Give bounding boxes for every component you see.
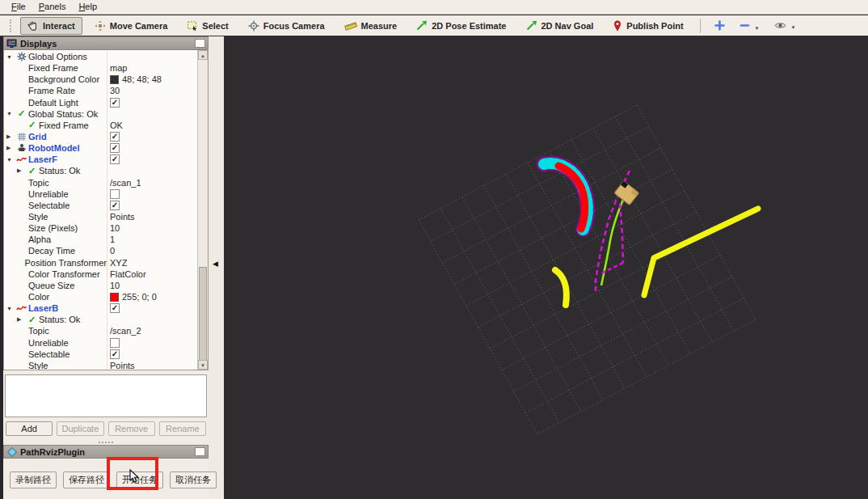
3d-viewport[interactable] — [224, 36, 868, 499]
row-value-cell[interactable]: ✓ — [107, 154, 197, 164]
path-plugin-header[interactable]: PathRvizPlugin — [3, 445, 209, 459]
expander-open-icon[interactable]: ▼ — [6, 306, 16, 311]
tree-row-queue-size[interactable]: Queue Size10 — [4, 280, 197, 291]
tree-row-status-ok[interactable]: ▶✓Status: Ok — [4, 314, 197, 325]
expander-closed-icon[interactable]: ▶ — [17, 167, 27, 174]
expander-open-icon[interactable]: ▼ — [6, 54, 16, 60]
tool-interact[interactable]: Interact — [20, 17, 82, 35]
plugin-float-button[interactable] — [195, 447, 205, 456]
panel-splitter-handle[interactable] — [3, 439, 209, 445]
tree-row-color[interactable]: Color255; 0; 0 — [4, 291, 197, 302]
row-value-cell[interactable]: 255; 0; 0 — [107, 292, 197, 302]
tree-row-alpha[interactable]: Alpha1 — [4, 234, 197, 245]
tree-row-grid[interactable]: ▶Grid✓ — [4, 131, 197, 142]
row-value-cell[interactable]: ✓ — [107, 303, 197, 313]
tree-row-unreliable[interactable]: Unreliable — [4, 337, 197, 349]
tree-row-topic[interactable]: Topic/scan_2 — [4, 325, 197, 336]
tool-select[interactable]: Select — [179, 17, 235, 35]
checkbox-checked[interactable]: ✓ — [110, 143, 120, 153]
row-value-cell[interactable]: FlatColor — [107, 269, 197, 279]
checkbox-unchecked[interactable] — [110, 189, 120, 199]
checkbox-checked[interactable]: ✓ — [110, 349, 120, 359]
expander-closed-icon[interactable]: ▶ — [17, 316, 27, 323]
tree-row-style[interactable]: StylePoints — [4, 360, 197, 370]
row-value-cell[interactable]: 10 — [107, 281, 197, 290]
tree-row-laserb[interactable]: ▼LaserB✓ — [4, 302, 197, 314]
tree-row-fixed-frame[interactable]: ✓Fixed FrameOK — [4, 120, 197, 131]
tool-2d-pose-estimate[interactable]: 2D Pose Estimate — [409, 17, 513, 34]
scroll-down-arrow[interactable]: ▼ — [198, 360, 208, 370]
row-value-cell[interactable]: OK — [107, 121, 197, 130]
remove-button[interactable]: Remove — [108, 421, 155, 436]
row-value-cell[interactable]: 0 — [107, 246, 197, 256]
menu-item-help[interactable]: Help — [72, 1, 103, 13]
color-swatch[interactable] — [110, 293, 119, 302]
menu-item-file[interactable]: File — [5, 1, 32, 13]
panel-collapse-arrow-icon[interactable]: ◀ — [213, 260, 218, 268]
color-swatch[interactable] — [110, 75, 119, 84]
toolbar-grip[interactable] — [10, 19, 14, 32]
row-value-cell[interactable]: map — [107, 63, 197, 73]
tree-row-unreliable[interactable]: Unreliable — [4, 188, 197, 200]
tree-row-selectable[interactable]: Selectable✓ — [4, 349, 197, 360]
tool-eye-button[interactable]: ▼ — [769, 18, 801, 33]
tree-row-color-transformer[interactable]: Color TransformerFlatColor — [4, 269, 197, 280]
row-value-cell[interactable] — [107, 338, 197, 348]
row-value-cell[interactable]: 48; 48; 48 — [107, 74, 197, 84]
tree-row-topic[interactable]: Topic/scan_1 — [4, 177, 197, 188]
path-plugin-button-4[interactable]: 取消任务 — [170, 472, 217, 488]
tree-row-default-light[interactable]: Default Light✓ — [4, 97, 197, 108]
checkbox-checked[interactable]: ✓ — [110, 201, 120, 210]
tree-row-style[interactable]: StylePoints — [4, 211, 197, 222]
expander-closed-icon[interactable]: ▶ — [6, 145, 16, 151]
expander-closed-icon[interactable]: ▶ — [6, 133, 16, 140]
rename-button[interactable]: Rename — [159, 421, 206, 436]
tree-row-global-status-ok[interactable]: ▼✓Global Status: Ok — [4, 108, 197, 120]
row-value-cell[interactable]: 30 — [107, 86, 197, 95]
path-plugin-button-2[interactable]: 保存路径 — [63, 472, 110, 488]
row-value-cell[interactable]: /scan_2 — [107, 326, 197, 336]
tree-row-position-transformer[interactable]: Position TransformerXYZ — [4, 257, 197, 269]
tool-2d-nav-goal[interactable]: 2D Nav Goal — [519, 17, 601, 34]
tree-row-selectable[interactable]: Selectable✓ — [4, 200, 197, 211]
tree-row-background-color[interactable]: Background Color48; 48; 48 — [4, 74, 197, 85]
tree-row-laserf[interactable]: ▼LaserF✓ — [4, 154, 197, 165]
path-plugin-button-1[interactable]: 录制路径 — [10, 472, 57, 488]
tree-row-frame-rate[interactable]: Frame Rate30 — [4, 85, 197, 96]
tree-row-size-pixels-[interactable]: Size (Pixels)10 — [4, 222, 197, 234]
row-value-cell[interactable]: /scan_1 — [107, 178, 197, 188]
expander-open-icon[interactable]: ▼ — [6, 157, 16, 163]
tool-move-camera[interactable]: Move Camera — [87, 17, 175, 35]
row-value-cell[interactable]: Points — [107, 361, 197, 370]
row-value-cell[interactable] — [107, 189, 197, 199]
tool-focus-camera[interactable]: Focus Camera — [241, 17, 332, 35]
tool-minus-button[interactable]: ▼ — [735, 17, 765, 34]
row-value-cell[interactable]: 1 — [107, 235, 197, 244]
menu-item-panels[interactable]: Panels — [32, 1, 73, 13]
row-value-cell[interactable]: ✓ — [107, 349, 197, 359]
row-value-cell[interactable]: ✓ — [107, 98, 197, 108]
tree-row-status-ok[interactable]: ▶✓Status: Ok — [4, 165, 197, 176]
row-value-cell[interactable]: ✓ — [107, 143, 197, 153]
row-value-cell[interactable]: ✓ — [107, 132, 197, 142]
tool-measure[interactable]: Measure — [337, 17, 405, 34]
scroll-up-arrow[interactable]: ▲ — [198, 50, 208, 60]
tool-plus-button[interactable] — [710, 17, 730, 34]
expander-open-icon[interactable]: ▼ — [6, 111, 16, 116]
tree-row-global-options[interactable]: ▼Global Options — [4, 51, 197, 62]
checkbox-unchecked[interactable] — [110, 338, 120, 348]
duplicate-button[interactable]: Duplicate — [57, 421, 103, 436]
row-value-cell[interactable]: Points — [107, 212, 197, 222]
tree-row-fixed-frame[interactable]: Fixed Framemap — [4, 62, 197, 74]
row-value-cell[interactable]: XYZ — [107, 258, 197, 268]
checkbox-checked[interactable]: ✓ — [110, 132, 120, 142]
row-value-cell[interactable]: ✓ — [107, 201, 197, 210]
tree-row-decay-time[interactable]: Decay Time0 — [4, 245, 197, 256]
tool-publish-point[interactable]: Publish Point — [605, 17, 690, 35]
checkbox-checked[interactable]: ✓ — [110, 98, 120, 108]
panel-float-button[interactable] — [195, 39, 205, 48]
add-button[interactable]: Add — [6, 421, 53, 436]
tree-row-robotmodel[interactable]: ▶RobotModel✓ — [4, 142, 197, 154]
scroll-thumb[interactable] — [199, 267, 207, 364]
row-value-cell[interactable]: 10 — [107, 223, 197, 233]
